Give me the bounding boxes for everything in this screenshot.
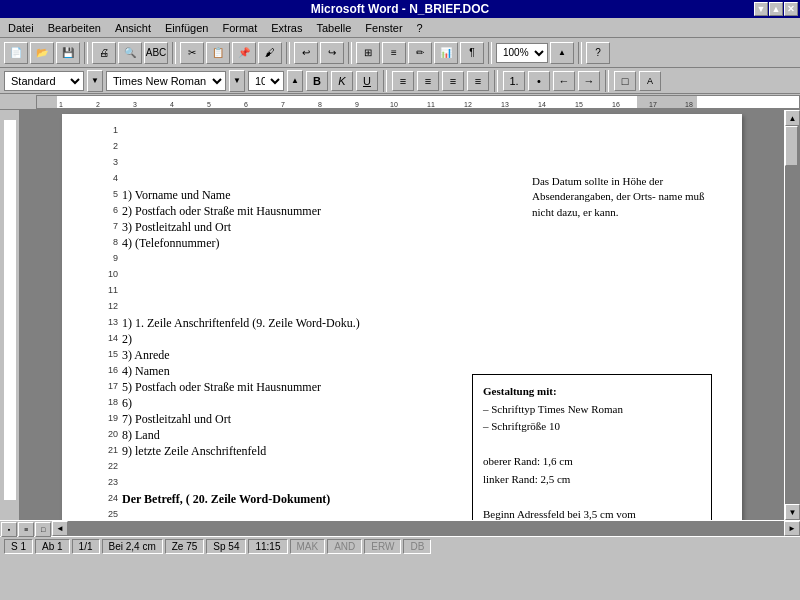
hscroll-left-button[interactable]: ◄: [52, 521, 68, 536]
cut-button[interactable]: ✂: [180, 42, 204, 64]
font-select[interactable]: Times New Roman: [106, 71, 226, 91]
menu-help[interactable]: ?: [411, 20, 429, 36]
svg-text:12: 12: [464, 101, 472, 108]
open-button[interactable]: 📂: [30, 42, 54, 64]
underline-button[interactable]: U: [356, 71, 378, 91]
align-left-button[interactable]: ≡: [392, 71, 414, 91]
format-bar: Standard ▼ Times New Roman ▼ 10 ▲ B K U …: [0, 68, 800, 94]
menu-ansicht[interactable]: Ansicht: [109, 20, 157, 36]
title-bar-controls[interactable]: ▼ ▲ ✕: [754, 2, 798, 16]
undo-button[interactable]: ↩: [294, 42, 318, 64]
svg-rect-1: [57, 96, 637, 109]
line-text: [122, 140, 702, 155]
menu-einfuegen[interactable]: Einfügen: [159, 20, 214, 36]
svg-text:13: 13: [501, 101, 509, 108]
scroll-thumb[interactable]: [785, 126, 798, 166]
menu-format[interactable]: Format: [216, 20, 263, 36]
style-select[interactable]: Standard: [4, 71, 84, 91]
align-justify-button[interactable]: ≡: [467, 71, 489, 91]
close-button[interactable]: ✕: [784, 2, 798, 16]
spell-button[interactable]: ABC: [144, 42, 168, 64]
paste-button[interactable]: 📌: [232, 42, 256, 64]
bold-button[interactable]: B: [306, 71, 328, 91]
status-erw: ERW: [364, 539, 401, 554]
fmt-sep-2: [494, 70, 498, 92]
svg-text:9: 9: [355, 101, 359, 108]
gestaltung-line-4: linker Rand: 2,5 cm: [483, 473, 570, 485]
doc-line-15: 153) Anrede: [102, 348, 702, 364]
hscroll-right-button[interactable]: ►: [784, 521, 800, 536]
size-select[interactable]: 10: [248, 71, 284, 91]
line-number: 17: [102, 380, 122, 391]
style-arrow[interactable]: ▼: [87, 70, 103, 92]
menu-fenster[interactable]: Fenster: [359, 20, 408, 36]
svg-text:3: 3: [133, 101, 137, 108]
menu-datei[interactable]: Datei: [2, 20, 40, 36]
menu-bearbeiten[interactable]: Bearbeiten: [42, 20, 107, 36]
align-right-button[interactable]: ≡: [442, 71, 464, 91]
scroll-up-button[interactable]: ▲: [785, 110, 800, 126]
redo-button[interactable]: ↪: [320, 42, 344, 64]
zoom-select[interactable]: 100%: [496, 43, 548, 63]
outline-view-button[interactable]: ≡: [18, 522, 34, 537]
line-number: 10: [102, 268, 122, 279]
normal-view-button[interactable]: ▪: [1, 522, 17, 537]
svg-text:10: 10: [390, 101, 398, 108]
maximize-button[interactable]: ▲: [769, 2, 783, 16]
line-text: [122, 156, 702, 171]
doc-line-7: 73) Postleitzahl und Ort: [102, 220, 702, 236]
indent-less-button[interactable]: ←: [553, 71, 575, 91]
chart-button[interactable]: 📊: [434, 42, 458, 64]
preview-button[interactable]: 🔍: [118, 42, 142, 64]
print-button[interactable]: 🖨: [92, 42, 116, 64]
doc-line-9: 9: [102, 252, 702, 268]
line-number: 18: [102, 396, 122, 407]
line-number: 25: [102, 508, 122, 519]
font-arrow[interactable]: ▼: [229, 70, 245, 92]
hscroll-track[interactable]: [68, 521, 784, 536]
menu-tabelle[interactable]: Tabelle: [310, 20, 357, 36]
v-scrollbar[interactable]: ▲ ▼: [784, 110, 800, 520]
paragraph-button[interactable]: ¶: [460, 42, 484, 64]
bottom-area: ▪ ≡ □ ◄ ► S 1 Ab 1 1/1 Bei 2,4 cm Ze 75 …: [0, 520, 800, 556]
draw-button[interactable]: ✏: [408, 42, 432, 64]
doc-line-10: 10: [102, 268, 702, 284]
help-button[interactable]: ?: [586, 42, 610, 64]
line-text: [122, 252, 702, 267]
status-ze: Ze 75: [165, 539, 205, 554]
scroll-track[interactable]: [785, 126, 800, 504]
scroll-down-button[interactable]: ▼: [785, 504, 800, 520]
page-view-button[interactable]: □: [35, 522, 51, 537]
table-button[interactable]: ⊞: [356, 42, 380, 64]
svg-text:16: 16: [612, 101, 620, 108]
size-up-button[interactable]: ▲: [287, 70, 303, 92]
new-button[interactable]: 📄: [4, 42, 28, 64]
doc-line-2: 2: [102, 140, 702, 156]
copy-button[interactable]: 📋: [206, 42, 230, 64]
highlight-button[interactable]: A: [639, 71, 661, 91]
numbering-button[interactable]: 1.: [503, 71, 525, 91]
save-button[interactable]: 💾: [56, 42, 80, 64]
ruler-inner: 1 2 3 4 5 6 7 8 9 10 11 12 13 14 15 16 1…: [36, 95, 800, 109]
v-ruler: [0, 110, 20, 520]
view-buttons[interactable]: ▪ ≡ □: [1, 522, 51, 535]
zoom-up-button[interactable]: ▲: [550, 42, 574, 64]
italic-button[interactable]: K: [331, 71, 353, 91]
toolbar-sep-6: [578, 42, 582, 64]
toolbar-sep-3: [286, 42, 290, 64]
status-ab: Ab 1: [35, 539, 70, 554]
line-number: 16: [102, 364, 122, 375]
line-number: 2: [102, 140, 122, 151]
title-bar: Microsoft Word - N_BRIEF.DOC ▼ ▲ ✕: [0, 0, 800, 18]
doc-area[interactable]: Das Datum sollte in Höhe der Absenderang…: [20, 110, 784, 520]
border-button[interactable]: □: [614, 71, 636, 91]
indent-more-button[interactable]: →: [578, 71, 600, 91]
bullets-button[interactable]: •: [528, 71, 550, 91]
menu-extras[interactable]: Extras: [265, 20, 308, 36]
cols-button[interactable]: ≡: [382, 42, 406, 64]
svg-text:18: 18: [685, 101, 693, 108]
line-number: 11: [102, 284, 122, 295]
minimize-button[interactable]: ▼: [754, 2, 768, 16]
format-paint-button[interactable]: 🖌: [258, 42, 282, 64]
align-center-button[interactable]: ≡: [417, 71, 439, 91]
